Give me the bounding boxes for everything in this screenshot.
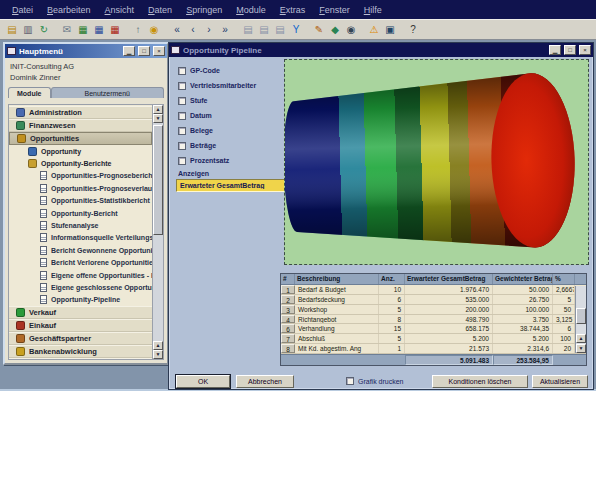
sidebar-item-bericht-gewonnene-opportunity[interactable]: Bericht Gewonnene Opportunity [9,244,152,256]
scroll-thumb[interactable] [153,125,163,235]
nav-first-icon[interactable]: « [169,22,185,37]
filter-icon[interactable]: Y [288,22,304,37]
pencil-icon[interactable]: ✎ [311,22,327,37]
search-icon[interactable]: ◉ [343,22,359,37]
table-scrollbar[interactable]: ▲ ▼ [575,286,586,353]
sidebar-item-finanzwesen[interactable]: Finanzwesen [9,119,152,132]
sidebar-item-opportunity-berichte[interactable]: Opportunity-Berichte [9,157,152,169]
tree-scrollbar[interactable]: ▲ ▼ ▲ ▼ [152,105,163,359]
mail-icon[interactable]: ✉ [59,22,75,37]
arrow-up-icon[interactable]: ↑ [130,22,146,37]
sidebar-item-opportunities-statistikbericht[interactable]: Opportunities-Statistikbericht [9,195,152,207]
nav-next-icon[interactable]: › [201,22,217,37]
tab-module[interactable]: Module [8,87,51,98]
pipeline-titlebar[interactable]: Opportunity Pipeline ▁ □ × [169,43,593,57]
tab-benutzermenu[interactable]: Benutzermenü [51,87,165,98]
new-document-icon[interactable]: ▤ [4,22,20,37]
ok-button[interactable]: OK [176,375,230,388]
menu-item-hilfe[interactable]: Hilfe [357,3,389,17]
filter-checkbox[interactable] [178,97,186,105]
sidebar-item-opportunities[interactable]: Opportunities [9,132,152,145]
row-number-cell[interactable]: 2 [281,295,295,304]
menu-item-extras[interactable]: Extras [273,3,313,17]
sidebar-item-lagerverwaltung[interactable]: Lagerverwaltung [9,358,152,359]
pdf-export-icon[interactable]: ▦ [107,22,123,37]
sidebar-item-eigene-offene-opportunities-be[interactable]: Eigene offene Opportunities - Be [9,269,152,281]
abbrechen-button[interactable]: Abbrechen [236,375,294,388]
word-export-icon[interactable]: ▦ [91,22,107,37]
menu-item-fenster[interactable]: Fenster [312,3,357,17]
print-icon[interactable]: ▥ [20,22,36,37]
menu-item-ansicht[interactable]: Ansicht [98,3,142,17]
scroll-down-icon[interactable]: ▼ [153,114,163,123]
close-button[interactable]: × [579,45,591,55]
anzeigen-dropdown[interactable]: Erwarteter GesamtBetrag ▼ [176,179,298,192]
palette-icon[interactable]: ◆ [327,22,343,37]
menu-item-module[interactable]: Module [229,3,273,17]
row-number-cell[interactable]: 3 [281,305,295,314]
nav-prev-icon[interactable]: ‹ [185,22,201,37]
lock-icon[interactable]: ◉ [146,22,162,37]
sidebar-item-opportunity-bericht[interactable]: Opportunity-Bericht [9,207,152,219]
sidebar-item-einkauf[interactable]: Einkauf [9,319,152,332]
document-1-icon[interactable]: ▤ [240,22,256,37]
minimize-button[interactable]: ▁ [123,46,135,56]
konditionen-loeschen-button[interactable]: Konditionen löschen [432,375,528,388]
sidebar-item-administration[interactable]: Administration [9,106,152,119]
sidebar-item-verkauf[interactable]: Verkauf [9,306,152,319]
column-header-%[interactable]: % [553,274,575,284]
scroll-up-icon[interactable]: ▲ [153,105,163,114]
sidebar-item-informationsquelle-verteilungsv[interactable]: Informationsquelle Verteilungsv [9,232,152,244]
document-3-icon[interactable]: ▤ [272,22,288,37]
maximize-button[interactable]: □ [564,45,576,55]
refresh-icon[interactable]: ↻ [36,22,52,37]
filter-checkbox[interactable] [178,112,186,120]
column-header-gewichteter-betrag[interactable]: Gewichteter Betrag [493,274,553,284]
row-number-cell[interactable]: 8 [281,344,295,353]
scroll-down-icon[interactable]: ▼ [153,350,163,359]
filter-checkbox[interactable] [178,82,186,90]
menu-item-datei[interactable]: Datei [5,3,40,17]
nav-last-icon[interactable]: » [217,22,233,37]
sidebar-item-gesch-ftspartner[interactable]: Geschäftspartner [9,332,152,345]
filter-checkbox[interactable] [178,142,186,150]
minimize-button[interactable]: ▁ [549,45,561,55]
scroll-up-icon[interactable]: ▲ [576,334,586,343]
column-header-erwarteter-gesamtbetrag[interactable]: Erwarteter GesamtBetrag [405,274,493,284]
scroll-thumb[interactable] [576,308,586,324]
scroll-up-icon[interactable]: ▲ [153,341,163,350]
sidebar-item-label: Stufenanalyse [51,222,98,229]
row-number-cell[interactable]: 6 [281,324,295,333]
sidebar-item-stufenanalyse[interactable]: Stufenanalyse [9,219,152,231]
filter-checkbox[interactable] [178,127,186,135]
menu-item-bearbeiten[interactable]: Bearbeiten [40,3,98,17]
row-number-cell[interactable]: 4 [281,315,295,324]
column-header-anz-[interactable]: Anz. [379,274,405,284]
monitor-icon[interactable]: ▣ [382,22,398,37]
sidebar-item-eigene-geschlossene-opportunit[interactable]: Eigene geschlossene Opportunit [9,281,152,293]
sidebar-item-opportunities-prognosebericht[interactable]: Opportunities-Prognosebericht [9,170,152,182]
scroll-down-icon[interactable]: ▼ [576,344,586,353]
maximize-button[interactable]: □ [138,46,150,56]
close-button[interactable]: × [153,46,165,56]
document-2-icon[interactable]: ▤ [256,22,272,37]
filter-checkbox[interactable] [178,67,186,75]
sidebar-item-bankenabwicklung[interactable]: Bankenabwicklung [9,345,152,358]
menu-item-springen[interactable]: Springen [179,3,229,17]
sidebar-item-opportunity-pipeline[interactable]: Opportunity-Pipeline [9,294,152,306]
row-number-cell[interactable]: 1 [281,285,295,294]
sidebar-item-opportunity[interactable]: Opportunity [9,145,152,157]
row-number-cell[interactable]: 7 [281,334,295,343]
sidebar-item-opportunities-prognoseverlaufs[interactable]: Opportunities-Prognoseverlaufs [9,182,152,194]
warning-icon[interactable]: ⚠ [366,22,382,37]
column-header-beschreibung[interactable]: Beschreibung [295,274,379,284]
sidebar-item-bericht-verlorene-opportunities[interactable]: Bericht Verlorene Opportunities [9,257,152,269]
menu-item-daten[interactable]: Daten [141,3,179,17]
help-icon[interactable]: ? [405,22,421,37]
column-header-id[interactable]: # [281,274,295,284]
excel-export-icon[interactable]: ▦ [75,22,91,37]
main-menu-titlebar[interactable]: Hauptmenü ▁ □ × [5,44,167,58]
grafik-drucken-checkbox[interactable] [346,377,354,385]
aktualisieren-button[interactable]: Aktualisieren [532,375,588,388]
filter-checkbox[interactable] [178,157,186,165]
